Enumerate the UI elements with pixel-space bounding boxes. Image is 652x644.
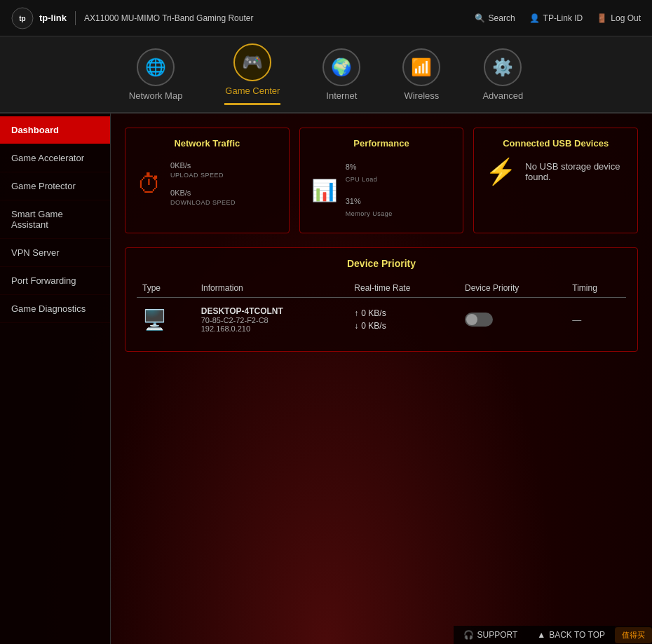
nav-icon-internet: 🌍: [322, 48, 360, 86]
col-realtime-rate: Real-time Rate: [348, 279, 459, 298]
sidebar-item-game-protector[interactable]: Game Protector: [0, 172, 110, 200]
nav-label-wireless: Wireless: [404, 90, 439, 101]
main-layout: Dashboard Game Accelerator Game Protecto…: [0, 114, 652, 644]
device-priority-card: Device Priority Type Information Real-ti…: [125, 247, 638, 352]
nav-item-game-center[interactable]: 🎮 Game Center: [224, 43, 280, 105]
nav-item-network-map[interactable]: 🌐 Network Map: [129, 48, 183, 101]
rate-download: ↓ 0 KB/s: [354, 321, 454, 331]
usb-message: No USB storage device found.: [525, 161, 626, 182]
logo-area: tp tp-link: [11, 7, 67, 29]
device-type-cell: 🖥️: [137, 298, 196, 342]
download-label: DOWNLOAD SPEED: [170, 199, 278, 206]
back-to-top-button[interactable]: ▲ BACK TO TOP: [527, 626, 615, 644]
cards-row: Network Traffic ⏱ 0KB/s UPLOAD SPEED 0KB…: [125, 128, 638, 233]
network-traffic-title: Network Traffic: [137, 138, 278, 149]
usb-card: Connected USB Devices ⚡ No USB storage d…: [473, 128, 638, 233]
device-rate-cell: ↑ 0 KB/s ↓ 0 KB/s: [348, 298, 459, 342]
memory-label: Memory Usage: [346, 210, 393, 217]
speed-values: 0KB/s UPLOAD SPEED 0KB/s DOWNLOAD SPEED: [170, 157, 278, 212]
table-header-row: Type Information Real-time Rate Device P…: [137, 279, 626, 298]
nav-label-network-map: Network Map: [129, 90, 183, 101]
nav-icon-game-center: 🎮: [233, 43, 271, 81]
rate-values: ↑ 0 KB/s ↓ 0 KB/s: [354, 308, 454, 331]
col-timing: Timing: [566, 279, 626, 298]
header-divider: [75, 11, 76, 25]
footer-bar: 🎧 SUPPORT ▲ BACK TO TOP 值得买: [454, 626, 653, 644]
back-to-top-icon: ▲: [537, 630, 545, 640]
table-row: 🖥️ DESKTOP-4TCOLNT 70-85-C2-72-F2-C8 192…: [137, 298, 626, 342]
nav-label-internet: Internet: [326, 90, 357, 101]
header-right: 🔍 Search 👤 TP-Link ID 🚪 Log Out: [475, 13, 641, 23]
nav-item-wireless[interactable]: 📶 Wireless: [402, 48, 440, 101]
up-arrow-icon: ↑: [354, 308, 358, 318]
timing-value: —: [572, 315, 581, 325]
nav-icon-advanced: ⚙️: [484, 48, 522, 86]
device-ip: 192.168.0.210: [201, 324, 344, 333]
upload-label: UPLOAD SPEED: [170, 172, 278, 179]
sidebar-item-dashboard[interactable]: Dashboard: [0, 116, 110, 144]
memory-usage-value: 31%: [346, 191, 393, 207]
performance-chart-icon: 📊: [311, 178, 337, 203]
performance-values: 8% CPU Load 31% Memory Usage: [346, 157, 393, 223]
col-type: Type: [137, 279, 196, 298]
download-unit: KB/s: [175, 189, 191, 197]
sidebar-item-vpn-server[interactable]: VPN Server: [0, 239, 110, 267]
upload-unit: KB/s: [175, 161, 191, 170]
download-speed: 0KB/s: [170, 184, 278, 199]
device-priority-toggle-cell: [459, 298, 566, 342]
watermark: 值得买: [615, 627, 652, 643]
device-info-cell: DESKTOP-4TCOLNT 70-85-C2-72-F2-C8 192.16…: [196, 298, 349, 342]
nav-icon-network-map: 🌐: [137, 48, 175, 86]
user-icon: 👤: [529, 13, 540, 23]
logout-icon: 🚪: [597, 13, 607, 23]
nav-item-internet[interactable]: 🌍 Internet: [322, 48, 360, 101]
tplink-id-button[interactable]: 👤 TP-Link ID: [529, 13, 583, 23]
sidebar: Dashboard Game Accelerator Game Protecto…: [0, 114, 111, 644]
router-model: AX11000 MU-MIMO Tri-Band Gaming Router: [84, 13, 253, 23]
col-device-priority: Device Priority: [459, 279, 566, 298]
usb-content: ⚡ No USB storage device found.: [485, 157, 626, 186]
content-area: Network Traffic ⏱ 0KB/s UPLOAD SPEED 0KB…: [111, 114, 652, 644]
nav-icon-wireless: 📶: [402, 48, 440, 86]
usb-icon: ⚡: [485, 157, 517, 186]
sidebar-item-game-diagnostics[interactable]: Game Diagnostics: [0, 295, 110, 323]
down-arrow-icon: ↓: [354, 321, 358, 331]
performance-content: 📊 8% CPU Load 31% Memory Usage: [311, 157, 452, 223]
nav-label-game-center: Game Center: [225, 85, 280, 96]
device-timing-cell: —: [566, 298, 626, 342]
network-traffic-card: Network Traffic ⏱ 0KB/s UPLOAD SPEED 0KB…: [125, 128, 290, 233]
rate-upload: ↑ 0 KB/s: [354, 308, 454, 318]
usb-title: Connected USB Devices: [485, 138, 626, 149]
active-underline: [224, 103, 280, 105]
watermark-text: 值得买: [622, 630, 645, 640]
upload-speed: 0KB/s: [170, 157, 278, 172]
search-button[interactable]: 🔍 Search: [475, 13, 515, 23]
col-information: Information: [196, 279, 349, 298]
support-button[interactable]: 🎧 SUPPORT: [454, 626, 528, 644]
search-icon: 🔍: [475, 13, 485, 23]
device-mac: 70-85-C2-72-F2-C8: [201, 316, 344, 324]
performance-title: Performance: [311, 138, 452, 149]
speedometer-icon: ⏱: [137, 170, 162, 199]
sidebar-item-port-forwarding[interactable]: Port Forwarding: [0, 267, 110, 295]
tplink-logo-icon: tp: [11, 7, 34, 29]
priority-toggle[interactable]: [465, 313, 493, 327]
cpu-load-value: 8%: [346, 157, 393, 173]
cpu-label: CPU Load: [346, 176, 393, 183]
desktop-icon: 🖥️: [142, 309, 167, 331]
performance-card: Performance 📊 8% CPU Load 31% Memory Usa…: [299, 128, 464, 233]
sidebar-item-game-accelerator[interactable]: Game Accelerator: [0, 144, 110, 172]
brand-name: tp-link: [39, 13, 67, 23]
device-priority-title: Device Priority: [137, 258, 626, 269]
logout-button[interactable]: 🚪 Log Out: [597, 13, 641, 23]
nav-label-advanced: Advanced: [482, 90, 523, 101]
header: tp tp-link AX11000 MU-MIMO Tri-Band Gami…: [0, 0, 652, 36]
network-traffic-content: ⏱ 0KB/s UPLOAD SPEED 0KB/s DOWNLOAD SPEE…: [137, 157, 278, 212]
nav-bar: 🌐 Network Map 🎮 Game Center 🌍 Internet 📶…: [0, 36, 652, 114]
svg-text:tp: tp: [19, 15, 25, 22]
sidebar-item-smart-game-assistant[interactable]: Smart Game Assistant: [0, 200, 110, 239]
device-name: DESKTOP-4TCOLNT: [201, 306, 344, 316]
support-icon: 🎧: [463, 630, 474, 640]
nav-item-advanced[interactable]: ⚙️ Advanced: [482, 48, 523, 101]
device-priority-table: Type Information Real-time Rate Device P…: [137, 279, 626, 341]
